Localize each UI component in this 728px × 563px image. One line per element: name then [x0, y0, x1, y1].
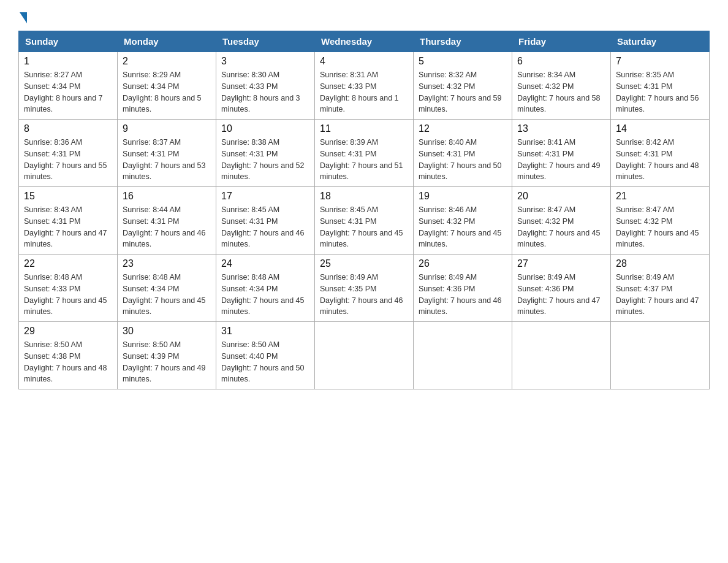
day-number: 7 — [616, 56, 704, 67]
day-number: 20 — [517, 191, 605, 202]
empty-cell — [414, 322, 512, 389]
day-info: Sunrise: 8:49 AMSunset: 4:35 PMDaylight:… — [320, 272, 408, 318]
day-info: Sunrise: 8:46 AMSunset: 4:32 PMDaylight:… — [419, 204, 507, 250]
day-cell-30: 30Sunrise: 8:50 AMSunset: 4:39 PMDayligh… — [118, 322, 216, 389]
column-header-wednesday: Wednesday — [315, 31, 414, 52]
day-info: Sunrise: 8:44 AMSunset: 4:31 PMDaylight:… — [123, 204, 211, 250]
logo-triangle-icon — [20, 12, 27, 23]
day-info: Sunrise: 8:48 AMSunset: 4:34 PMDaylight:… — [221, 272, 309, 318]
week-row-2: 8Sunrise: 8:36 AMSunset: 4:31 PMDaylight… — [19, 120, 710, 187]
day-cell-7: 7Sunrise: 8:35 AMSunset: 4:31 PMDaylight… — [611, 52, 710, 120]
day-info: Sunrise: 8:30 AMSunset: 4:33 PMDaylight:… — [221, 69, 309, 115]
day-number: 12 — [419, 123, 507, 134]
day-cell-9: 9Sunrise: 8:37 AMSunset: 4:31 PMDaylight… — [118, 120, 216, 187]
day-cell-24: 24Sunrise: 8:48 AMSunset: 4:34 PMDayligh… — [216, 255, 315, 322]
day-cell-16: 16Sunrise: 8:44 AMSunset: 4:31 PMDayligh… — [118, 187, 216, 255]
column-header-monday: Monday — [118, 31, 216, 52]
day-number: 5 — [419, 56, 507, 67]
day-info: Sunrise: 8:50 AMSunset: 4:40 PMDaylight:… — [221, 339, 309, 385]
day-cell-18: 18Sunrise: 8:45 AMSunset: 4:31 PMDayligh… — [315, 187, 414, 255]
day-number: 3 — [221, 56, 309, 67]
day-number: 17 — [221, 191, 309, 202]
column-header-thursday: Thursday — [414, 31, 512, 52]
day-number: 10 — [221, 123, 309, 134]
day-number: 24 — [221, 258, 309, 269]
day-number: 18 — [320, 191, 408, 202]
day-cell-20: 20Sunrise: 8:47 AMSunset: 4:32 PMDayligh… — [512, 187, 611, 255]
day-info: Sunrise: 8:49 AMSunset: 4:37 PMDaylight:… — [616, 272, 704, 318]
day-cell-27: 27Sunrise: 8:49 AMSunset: 4:36 PMDayligh… — [512, 255, 611, 322]
day-cell-28: 28Sunrise: 8:49 AMSunset: 4:37 PMDayligh… — [611, 255, 710, 322]
day-cell-23: 23Sunrise: 8:48 AMSunset: 4:34 PMDayligh… — [118, 255, 216, 322]
day-info: Sunrise: 8:48 AMSunset: 4:33 PMDaylight:… — [24, 272, 112, 318]
day-info: Sunrise: 8:48 AMSunset: 4:34 PMDaylight:… — [123, 272, 211, 318]
week-row-5: 29Sunrise: 8:50 AMSunset: 4:38 PMDayligh… — [19, 322, 710, 389]
day-cell-21: 21Sunrise: 8:47 AMSunset: 4:32 PMDayligh… — [611, 187, 710, 255]
day-number: 4 — [320, 56, 408, 67]
day-number: 25 — [320, 258, 408, 269]
day-cell-2: 2Sunrise: 8:29 AMSunset: 4:34 PMDaylight… — [118, 52, 216, 120]
column-header-sunday: Sunday — [19, 31, 118, 52]
day-info: Sunrise: 8:45 AMSunset: 4:31 PMDaylight:… — [320, 204, 408, 250]
day-cell-10: 10Sunrise: 8:38 AMSunset: 4:31 PMDayligh… — [216, 120, 315, 187]
day-cell-15: 15Sunrise: 8:43 AMSunset: 4:31 PMDayligh… — [19, 187, 118, 255]
day-cell-3: 3Sunrise: 8:30 AMSunset: 4:33 PMDaylight… — [216, 52, 315, 120]
day-info: Sunrise: 8:43 AMSunset: 4:31 PMDaylight:… — [24, 204, 112, 250]
column-header-tuesday: Tuesday — [216, 31, 315, 52]
day-info: Sunrise: 8:35 AMSunset: 4:31 PMDaylight:… — [616, 69, 704, 115]
day-info: Sunrise: 8:36 AMSunset: 4:31 PMDaylight:… — [24, 137, 112, 183]
day-cell-8: 8Sunrise: 8:36 AMSunset: 4:31 PMDaylight… — [19, 120, 118, 187]
day-info: Sunrise: 8:38 AMSunset: 4:31 PMDaylight:… — [221, 137, 309, 183]
day-number: 1 — [24, 56, 112, 67]
day-number: 6 — [517, 56, 605, 67]
day-cell-12: 12Sunrise: 8:40 AMSunset: 4:31 PMDayligh… — [414, 120, 512, 187]
day-cell-31: 31Sunrise: 8:50 AMSunset: 4:40 PMDayligh… — [216, 322, 315, 389]
calendar-table: SundayMondayTuesdayWednesdayThursdayFrid… — [18, 31, 710, 389]
day-info: Sunrise: 8:41 AMSunset: 4:31 PMDaylight:… — [517, 137, 605, 183]
day-cell-5: 5Sunrise: 8:32 AMSunset: 4:32 PMDaylight… — [414, 52, 512, 120]
day-info: Sunrise: 8:27 AMSunset: 4:34 PMDaylight:… — [24, 69, 112, 115]
day-info: Sunrise: 8:49 AMSunset: 4:36 PMDaylight:… — [517, 272, 605, 318]
day-number: 9 — [123, 123, 211, 134]
day-number: 22 — [24, 258, 112, 269]
calendar-header-row: SundayMondayTuesdayWednesdayThursdayFrid… — [19, 31, 710, 52]
week-row-4: 22Sunrise: 8:48 AMSunset: 4:33 PMDayligh… — [19, 255, 710, 322]
day-number: 29 — [24, 326, 112, 337]
day-cell-26: 26Sunrise: 8:49 AMSunset: 4:36 PMDayligh… — [414, 255, 512, 322]
logo — [18, 12, 27, 25]
day-number: 27 — [517, 258, 605, 269]
day-number: 30 — [123, 326, 211, 337]
column-header-friday: Friday — [512, 31, 611, 52]
day-cell-14: 14Sunrise: 8:42 AMSunset: 4:31 PMDayligh… — [611, 120, 710, 187]
empty-cell — [512, 322, 611, 389]
day-cell-1: 1Sunrise: 8:27 AMSunset: 4:34 PMDaylight… — [19, 52, 118, 120]
page-header — [18, 12, 710, 25]
day-info: Sunrise: 8:45 AMSunset: 4:31 PMDaylight:… — [221, 204, 309, 250]
day-info: Sunrise: 8:40 AMSunset: 4:31 PMDaylight:… — [419, 137, 507, 183]
day-info: Sunrise: 8:29 AMSunset: 4:34 PMDaylight:… — [123, 69, 211, 115]
day-number: 13 — [517, 123, 605, 134]
day-number: 19 — [419, 191, 507, 202]
day-cell-17: 17Sunrise: 8:45 AMSunset: 4:31 PMDayligh… — [216, 187, 315, 255]
column-header-saturday: Saturday — [611, 31, 710, 52]
logo-blue-text — [18, 12, 27, 25]
day-info: Sunrise: 8:50 AMSunset: 4:38 PMDaylight:… — [24, 339, 112, 385]
day-cell-29: 29Sunrise: 8:50 AMSunset: 4:38 PMDayligh… — [19, 322, 118, 389]
day-number: 8 — [24, 123, 112, 134]
day-info: Sunrise: 8:47 AMSunset: 4:32 PMDaylight:… — [517, 204, 605, 250]
day-number: 16 — [123, 191, 211, 202]
day-number: 31 — [221, 326, 309, 337]
empty-cell — [315, 322, 414, 389]
day-number: 14 — [616, 123, 704, 134]
day-number: 23 — [123, 258, 211, 269]
week-row-3: 15Sunrise: 8:43 AMSunset: 4:31 PMDayligh… — [19, 187, 710, 255]
day-number: 21 — [616, 191, 704, 202]
day-cell-4: 4Sunrise: 8:31 AMSunset: 4:33 PMDaylight… — [315, 52, 414, 120]
day-info: Sunrise: 8:50 AMSunset: 4:39 PMDaylight:… — [123, 339, 211, 385]
day-cell-25: 25Sunrise: 8:49 AMSunset: 4:35 PMDayligh… — [315, 255, 414, 322]
day-cell-11: 11Sunrise: 8:39 AMSunset: 4:31 PMDayligh… — [315, 120, 414, 187]
day-cell-19: 19Sunrise: 8:46 AMSunset: 4:32 PMDayligh… — [414, 187, 512, 255]
day-info: Sunrise: 8:47 AMSunset: 4:32 PMDaylight:… — [616, 204, 704, 250]
week-row-1: 1Sunrise: 8:27 AMSunset: 4:34 PMDaylight… — [19, 52, 710, 120]
day-cell-6: 6Sunrise: 8:34 AMSunset: 4:32 PMDaylight… — [512, 52, 611, 120]
